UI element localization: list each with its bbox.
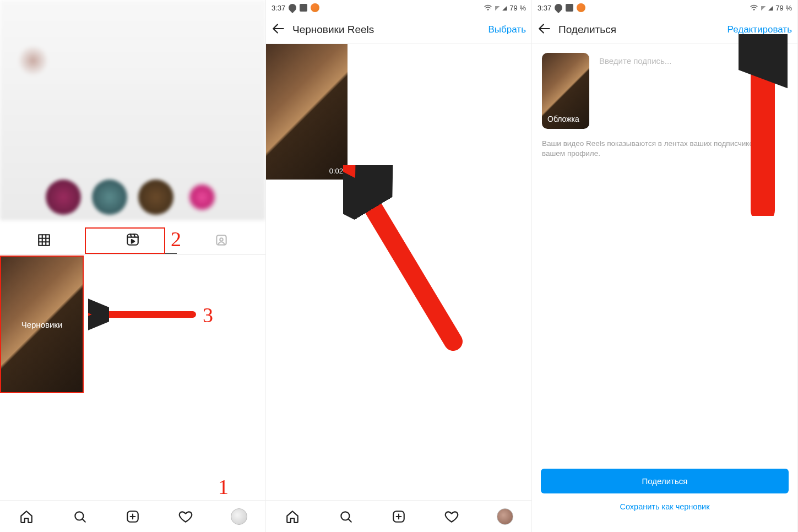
nav-home[interactable] [15,506,37,528]
draft-duration: 0:02 [329,167,343,175]
share-footer: Поделиться Сохранить как черновик [541,469,789,511]
profile-tabbar [0,226,265,254]
draft-item[interactable]: 0:02 [266,44,348,180]
back-arrow-icon [538,21,552,36]
nav-activity[interactable] [175,506,197,528]
home-icon [19,509,34,524]
profile-avatar-icon [497,508,513,525]
nav-search[interactable] [69,506,91,528]
nav-profile[interactable] [228,506,250,528]
highlight-circle [46,180,81,215]
wifi-icon [750,3,758,12]
wifi-icon [484,3,492,12]
tab-grid[interactable] [0,226,89,254]
drafts-grid: 0:02 [266,44,531,180]
profile-avatar-icon [231,508,247,525]
share-button[interactable]: Поделиться [541,469,789,493]
story-highlights [3,180,262,215]
highlight-circle [138,180,173,215]
home-icon [285,509,300,524]
edit-button[interactable]: Редактировать [728,24,792,35]
reels-visibility-info: Ваши видео Reels показываются в лентах в… [542,139,788,159]
bottom-nav [0,500,265,532]
search-icon [73,509,87,524]
annotation-arrow-3 [88,298,198,331]
back-button[interactable] [272,21,289,38]
status-bar: 3:37 ◤ ◢ 79 % [266,0,531,15]
pane-share: 3:37 ◤ ◢ 79 % Поделиться Редактировать О… [532,0,798,532]
annotation-number-1: 1 [218,475,229,499]
status-battery: 79 % [509,4,526,12]
highlight-circle [92,180,127,215]
cover-label: Обложка [547,115,579,123]
annotation-arrow-draft [343,165,464,352]
profile-blurred-area [0,0,265,220]
plus-square-icon [392,509,406,524]
share-title: Поделиться [555,24,728,36]
status-battery: 79 % [775,4,792,12]
status-bar: 3:37 ◤ ◢ 79 % [532,0,797,15]
search-icon [339,509,353,524]
touch-icon [287,2,298,13]
image-icon [300,4,307,12]
tagged-icon [214,233,229,247]
back-arrow-icon [272,21,286,36]
nav-home[interactable] [281,506,303,528]
save-draft-link[interactable]: Сохранить как черновик [620,502,709,511]
tab-tagged[interactable] [177,226,265,254]
status-time: 3:37 [538,4,551,12]
image-icon [566,4,573,12]
cover-thumbnail[interactable]: Обложка [542,53,589,129]
touch-icon [553,2,564,13]
drafts-title: Черновики Reels [289,24,488,36]
plus-square-icon [126,509,140,524]
bottom-nav [266,500,531,532]
caption-input[interactable]: Введите подпись... [599,53,788,66]
nav-profile[interactable] [494,506,516,528]
pane-drafts: 3:37 ◤ ◢ 79 % Черновики Reels Выбрать 0:… [266,0,532,532]
drafts-thumbnail[interactable]: Черновики [0,256,84,393]
svg-line-8 [354,176,453,341]
drafts-label: Черновики [21,320,63,329]
app-dot-icon [577,3,585,12]
nav-activity[interactable] [441,506,463,528]
grid-icon [37,233,51,247]
app-dot-icon [311,3,319,12]
nav-create[interactable] [388,506,410,528]
share-body: Обложка Введите подпись... Ваши видео Re… [532,44,797,167]
back-button[interactable] [538,21,555,38]
tab-reels[interactable] [89,226,177,254]
select-button[interactable]: Выбрать [488,24,526,35]
heart-icon [178,509,193,524]
annotation-number-3: 3 [203,303,213,327]
status-time: 3:37 [272,4,285,12]
drafts-header: Черновики Reels Выбрать [266,15,531,44]
nav-create[interactable] [122,506,144,528]
nav-search[interactable] [335,506,357,528]
highlight-circle [184,180,220,215]
reels-icon [126,232,140,247]
heart-icon [444,509,459,524]
share-header: Поделиться Редактировать [532,15,797,44]
pane-profile: Черновики 2 3 1 [0,0,266,532]
